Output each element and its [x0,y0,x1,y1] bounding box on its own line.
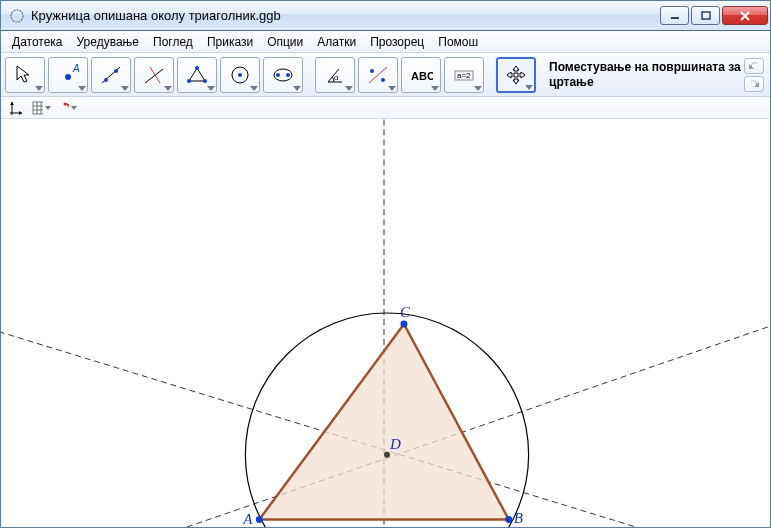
label-a: A [242,511,253,527]
svg-point-9 [114,69,118,73]
nav-buttons [744,58,766,92]
svg-point-17 [238,73,242,77]
menu-help[interactable]: Помош [431,33,485,51]
tool-move[interactable] [5,57,45,93]
close-button[interactable] [722,6,768,25]
svg-point-20 [286,73,290,77]
svg-text:ABC: ABC [411,70,433,82]
app-icon [9,8,25,24]
svg-point-13 [195,66,199,70]
tool-line[interactable] [91,57,131,93]
label-d: D [389,436,401,452]
svg-point-24 [381,78,385,82]
svg-line-10 [145,69,163,83]
minimize-button[interactable] [660,6,689,25]
svg-text:α: α [334,73,339,82]
grid-toggle[interactable] [31,99,51,117]
svg-rect-2 [702,12,710,19]
menu-window[interactable]: Прозорец [363,33,431,51]
tool-reflect[interactable] [358,57,398,93]
titlebar: Кружница опишана околу триаголник.ggb [1,1,770,31]
menu-tools[interactable]: Алатки [310,33,363,51]
toolbar-hint: Поместување на површината за цртање [539,60,741,89]
stylebar [1,97,770,119]
window-buttons [660,6,768,25]
menubar: Датотека Уредување Поглед Прикази Опции … [1,31,770,53]
menu-edit[interactable]: Уредување [70,33,147,51]
triangle [259,324,508,519]
tool-move-view[interactable] [496,57,536,93]
redo-button[interactable] [744,76,764,92]
menu-view[interactable]: Поглед [146,33,200,51]
tool-text[interactable]: ABC [401,57,441,93]
tool-perpendicular[interactable] [134,57,174,93]
svg-line-11 [150,67,160,83]
tool-angle[interactable]: α [315,57,355,93]
svg-text:A: A [72,63,80,74]
svg-point-14 [203,79,207,83]
window-title: Кружница опишана околу триаголник.ggb [31,8,660,23]
axes-toggle[interactable] [5,99,25,117]
label-c: C [400,304,411,320]
point-c[interactable] [400,321,407,328]
menu-options[interactable]: Опции [260,33,310,51]
point-a[interactable] [256,516,263,523]
construction: A B C D [1,119,770,527]
menu-file[interactable]: Датотека [5,33,70,51]
svg-point-8 [104,78,108,82]
tool-point[interactable]: A [48,57,88,93]
svg-point-0 [11,10,23,22]
maximize-button[interactable] [691,6,720,25]
svg-point-15 [187,79,191,83]
undo-button[interactable] [744,58,764,74]
label-b: B [514,510,523,526]
tool-slider[interactable]: a=2 [444,57,484,93]
graphics-view[interactable]: A B C D [1,119,770,527]
toolbar: A α ABC a=2 Поместување на површината за… [1,53,770,97]
point-capture[interactable] [57,99,77,117]
tool-ellipse[interactable] [263,57,303,93]
menu-display[interactable]: Прикази [200,33,260,51]
point-d[interactable] [384,452,390,458]
svg-point-19 [276,73,280,77]
tool-circle[interactable] [220,57,260,93]
svg-point-35 [64,102,67,105]
svg-text:a=2: a=2 [457,71,471,80]
point-b[interactable] [505,516,512,523]
svg-point-5 [65,74,71,80]
tool-polygon[interactable] [177,57,217,93]
svg-point-23 [370,69,374,73]
